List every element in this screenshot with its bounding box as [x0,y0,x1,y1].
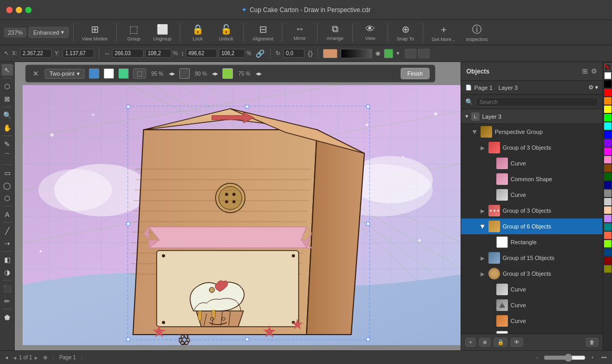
inspectors-button[interactable]: ⓘ Inspectors [462,21,492,44]
rectangle-tool[interactable]: ▭ [2,167,13,179]
palette-color-orange[interactable] [604,97,611,105]
ellipse-tool[interactable]: ◯ [2,180,13,191]
opacity-arrows2[interactable]: ◂▸ [212,70,218,77]
fill-color-swatch[interactable] [323,49,338,58]
enhanced-button[interactable]: Enhanced ▾ [28,27,69,38]
lock-button[interactable]: 🔒 Lock [185,22,211,44]
grid-color-3[interactable] [118,68,129,79]
width-input[interactable] [112,49,144,58]
select-tool[interactable]: ↖ [2,64,13,76]
color-swatch-2[interactable] [384,49,393,58]
palette-color-cyan[interactable] [604,122,611,130]
tree-item-curve5[interactable]: ▶ Curve [461,313,603,329]
palette-color-brown[interactable] [604,164,611,172]
palette-color-dark-green[interactable] [604,173,611,180]
palette-color-green[interactable] [604,114,611,121]
finish-button[interactable]: Finish [401,68,430,79]
node-tool[interactable]: ⬡ [2,80,13,92]
close-perspective-button[interactable]: ✕ [31,69,40,78]
mirror-button[interactable]: ↔ Mirror [287,22,313,43]
add-object-button[interactable]: + [465,338,476,347]
palette-color-red[interactable] [604,89,611,96]
shadow-tool[interactable]: ◧ [2,254,13,265]
palette-color-purple[interactable] [604,139,611,147]
fill-tool[interactable]: ⬛ [2,283,13,294]
palette-color-magenta[interactable] [604,148,611,155]
unlock-button[interactable]: 🔓 Unlock [213,22,239,44]
group15-chevron[interactable]: ▶ [480,255,486,261]
palette-color-none[interactable] [604,64,611,71]
group6-chevron[interactable]: ▶ [480,223,486,230]
grid-color-2[interactable] [104,68,114,79]
grid-view-btn2[interactable] [418,49,430,58]
pan-tool[interactable]: ✋ [2,122,13,133]
tree-item-group15[interactable]: ▶ Group of 15 Objects [461,250,603,266]
grid-color-5[interactable] [222,68,233,79]
palette-color-lime[interactable] [604,240,611,247]
get-more-button[interactable]: ＋ Get More... [427,21,460,44]
connector-tool[interactable]: ⇢ [2,237,13,249]
hide-layer-button[interactable]: 👁 [511,338,523,347]
y-input[interactable] [63,49,94,58]
tree-item-rect1[interactable]: ▶ Rectangle [461,234,603,250]
lock-layer-button[interactable]: 🔒 [494,338,507,347]
grid-color-1[interactable] [89,68,99,79]
bezier-tool[interactable]: ⌒ [2,151,13,162]
opacity-arrows[interactable]: ◂▸ [169,70,175,77]
palette-color-black[interactable] [604,80,611,88]
tree-item-perspective-group[interactable]: ▶ Perspective Group [461,124,603,140]
layer-chevron-icon[interactable]: ▾ [595,84,598,90]
add-layer-button[interactable]: ⊕ [479,338,491,347]
grid-shape-btn[interactable]: ⬚ [133,68,146,79]
polygon-tool[interactable]: ⬡ [2,192,13,204]
grid-view-btn1[interactable] [405,49,416,58]
layer-gear-icon[interactable]: ⚙ [588,84,594,90]
group3-stars-chevron[interactable]: ▶ [480,208,486,214]
close-button[interactable] [6,7,13,13]
tree-item-group3-1[interactable]: ▶ Group of 3 Objects [461,140,603,155]
color-eyedropper[interactable]: ✏ [2,295,13,307]
palette-color-pink[interactable] [604,156,611,163]
layer3-header[interactable]: ▾ L Layer 3 [461,109,603,124]
crop-tool[interactable]: ⊠ [2,93,13,105]
palette-color-light-gray[interactable] [604,198,611,205]
tree-item-group3-stars[interactable]: ▶ ✦✦✦ Group of 3 Objects [461,203,603,219]
tree-item-group3-cookie[interactable]: ▶ Group of 3 Objects [461,266,603,282]
tree-item-common-shape[interactable]: ▶ Common Shape [461,171,603,187]
proportional-lock-icon[interactable]: 🔗 [254,48,266,59]
arrange-button[interactable]: ⧉ Arrange [322,22,348,43]
panel-settings-icon[interactable]: ⚙ [591,67,597,75]
angle-input[interactable] [283,49,304,58]
freehand-tool[interactable]: ✎ [2,138,13,150]
transparency-tool[interactable]: ◑ [2,266,13,278]
zoom-tool[interactable]: 🔍 [2,109,13,121]
height-pct-input[interactable] [219,49,245,58]
perspective-group-chevron[interactable]: ▶ [472,129,478,135]
tree-item-rect2[interactable]: ▶ Rectangle [461,329,603,334]
group-button[interactable]: ⬚ Group [121,22,147,44]
color-bar[interactable] [341,49,372,58]
prev-page-btn[interactable]: ◂ [13,354,16,361]
height-input[interactable] [186,49,217,58]
tree-item-curve2[interactable]: ▶ Curve [461,187,603,203]
page-layer-row[interactable]: 📄 Page 1 Layer 3 ⚙ ▾ [461,81,603,95]
ungroup-button[interactable]: ⬜ Ungroup [149,22,176,44]
minimize-button[interactable] [16,7,22,13]
palette-color-white[interactable] [604,72,611,79]
palette-color-teal[interactable] [604,223,611,231]
palette-color-dark-blue[interactable] [604,181,611,189]
zoom-slider[interactable] [544,353,586,362]
smart-fill-tool[interactable]: ⬟ [2,311,13,323]
perspective-type-selector[interactable]: Two-point ▾ [45,69,85,79]
group3-cookie-chevron[interactable]: ▶ [480,271,486,277]
palette-color-coral[interactable] [604,232,611,239]
maximize-button[interactable] [25,7,32,13]
view-modes-button[interactable]: ⊞ View Modes [78,22,112,44]
snap-to-button[interactable]: ⊕ Snap To [392,22,419,44]
view-button[interactable]: 👁 View [357,22,383,43]
palette-color-olive[interactable] [604,265,611,273]
group3-1-chevron[interactable]: ▶ [480,145,486,151]
alignment-button[interactable]: ⊟ Alignment [248,22,278,44]
add-page-icon[interactable]: ⊕ [43,355,47,360]
palette-color-peach[interactable] [604,206,611,214]
